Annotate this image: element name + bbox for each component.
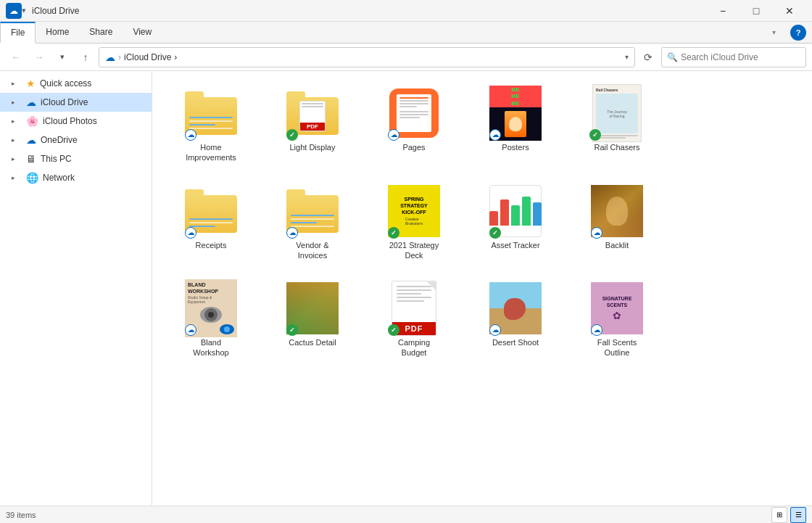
ribbon-help: ▾ ? [756,22,812,43]
tab-file[interactable]: File [0,22,36,44]
file-name-cactus-detail: Cactus Detail [289,337,336,347]
sidebar-label-this-pc: This PC [41,154,72,164]
network-icon: 🌐 [26,172,38,184]
window-title: iCloud Drive [32,6,706,16]
file-item-light-display[interactable]: PDF ✓ Light Display [265,78,360,169]
sidebar-item-icloud-drive[interactable]: ▸ ☁ iCloud Drive [0,93,152,112]
expander-icon-photos: ▸ [12,118,20,125]
expander-icon-thispc: ▸ [12,155,20,162]
refresh-button[interactable]: ⟳ [638,47,658,67]
vendor-thumbnail [286,189,339,233]
expander-icon: ▸ [12,80,20,87]
sync-badge-rail: ✓ [589,129,601,141]
file-item-home-improvements[interactable]: ☁ HomeImprovements [164,78,258,169]
sidebar-item-icloud-photos[interactable]: ▸ 🌸 iCloud Photos [0,112,152,131]
tab-view[interactable]: View [123,22,162,44]
sync-badge-asset: ✓ [489,227,501,239]
receipts-thumbnail [185,189,237,233]
path-separator: › [118,52,121,62]
quick-access-icon: ★ [26,78,36,89]
icon-view-button[interactable]: ⊞ [771,507,787,523]
file-name-camping-budget: CampingBudget [398,337,430,358]
help-button[interactable]: ? [790,25,806,41]
file-name-home-improvements: HomeImprovements [186,142,236,163]
window-controls: − □ ✕ [706,0,806,22]
file-name-bland-workshop: BlandWorkshop [193,337,228,358]
file-item-pages[interactable]: ☁ Pages [367,78,461,169]
forward-button[interactable]: → [29,47,49,67]
icloud-photos-icon: 🌸 [26,115,38,127]
file-item-posters[interactable]: MEMEME ☁ Posters [468,78,563,169]
main-area: ▸ ★ Quick access ▸ ☁ iCloud Drive ▸ 🌸 iC… [0,71,812,506]
sidebar: ▸ ★ Quick access ▸ ☁ iCloud Drive ▸ 🌸 iC… [0,71,152,506]
close-button[interactable]: ✕ [773,0,806,22]
sync-badge-pages: ☁ [388,129,399,141]
sync-badge-backlit: ☁ [591,227,602,239]
view-controls: ⊞ ☰ [771,507,806,523]
file-item-camping-budget[interactable]: PDF ✓ CampingBudget [367,273,461,364]
maximize-button[interactable]: □ [740,0,773,22]
sync-badge-strategy: ✓ [388,227,399,239]
onedrive-icon: ☁ [26,134,36,146]
file-item-backlit[interactable]: ☁ Backlit [570,176,664,267]
svg-text:☁: ☁ [9,6,18,16]
file-name-rail-chasers: Rail Chasers [594,142,640,152]
file-name-posters: Posters [502,142,529,152]
sidebar-item-onedrive[interactable]: ▸ ☁ OneDrive [0,131,152,149]
sync-badge-ok: ✓ [286,129,298,141]
sidebar-item-network[interactable]: ▸ 🌐 Network [0,168,152,187]
sidebar-item-this-pc[interactable]: ▸ 🖥 This PC [0,149,152,168]
back-button[interactable]: ← [6,47,26,67]
sync-badge-receipts: ☁ [185,227,196,239]
recent-locations-button[interactable]: ▾ [52,47,72,67]
sidebar-label-icloud-photos: iCloud Photos [43,116,97,126]
folder-pdf-thumbnail: PDF [286,91,339,135]
sidebar-label-network: Network [43,173,75,183]
sidebar-label-quick-access: Quick access [40,78,91,88]
expander-icon-icloud: ▸ [12,99,20,106]
file-name-fall-scents: Fall ScentsOutline [597,337,637,358]
file-name-vendor-invoices: Vendor &Invoices [296,240,328,261]
file-name-pages: Pages [402,142,425,152]
file-item-cactus-detail[interactable]: ✓ Cactus Detail [265,273,360,364]
icloud-drive-icon: ☁ [26,96,36,108]
file-item-vendor-invoices[interactable]: ☁ Vendor &Invoices [265,176,360,267]
ribbon: File Home Share View ▾ ? [0,22,812,44]
tab-home[interactable]: Home [36,22,79,44]
path-cloud-icon: ☁ [105,52,115,63]
sync-badge-cloud: ☁ [185,129,196,141]
list-view-button[interactable]: ☰ [790,507,806,523]
statusbar: 39 items ⊞ ☰ [0,506,812,523]
file-item-asset-tracker[interactable]: ✓ Asset Tracker [468,176,563,267]
path-dropdown-icon: ▾ [625,53,629,61]
file-name-light-display: Light Display [290,142,336,152]
search-wrap: 🔍 [661,47,806,67]
sync-badge-vendor: ☁ [286,227,298,239]
expander-icon-network: ▸ [12,174,20,181]
search-input[interactable] [661,47,806,67]
path-end-arrow: › [174,52,177,62]
expander-icon-onedrive: ▸ [12,136,20,144]
path-current: iCloud Drive [124,52,171,62]
file-name-backlit: Backlit [605,240,629,250]
quick-settings-icon[interactable]: ▾ [22,6,26,15]
file-item-receipts[interactable]: ☁ Receipts [164,176,258,267]
address-path[interactable]: ☁ › iCloud Drive › ▾ [99,47,635,67]
file-item-fall-scents[interactable]: SIGNATURESCENTS ✿ ☁ Fall ScentsOutline [570,273,664,364]
tab-share[interactable]: Share [79,22,123,44]
file-grid: ☁ HomeImprovements [164,78,800,364]
this-pc-icon: 🖥 [26,153,36,165]
expand-ribbon-button[interactable]: ▾ [762,28,786,38]
file-item-strategy-deck[interactable]: SPRINGSTRATEGYKICK-OFF CreativeBrainstor… [367,176,461,267]
file-item-desert-shoot[interactable]: ☁ Desert Shoot [468,273,563,364]
sidebar-item-quick-access[interactable]: ▸ ★ Quick access [0,74,152,93]
app-icon: ☁ [6,3,22,19]
file-item-bland-workshop[interactable]: BLANDWORKSHOP Studio Setup &Equipment ☁ [164,273,258,364]
file-name-receipts: Receipts [196,240,227,250]
minimize-button[interactable]: − [706,0,740,22]
up-button[interactable]: ↑ [75,47,96,67]
file-item-rail-chasers[interactable]: Rail Chasers The Journeyof Racing ✓ Rail… [570,78,664,169]
file-name-asset-tracker: Asset Tracker [491,240,539,250]
sync-badge-posters: ☁ [489,129,501,141]
item-count: 39 items [6,511,36,519]
